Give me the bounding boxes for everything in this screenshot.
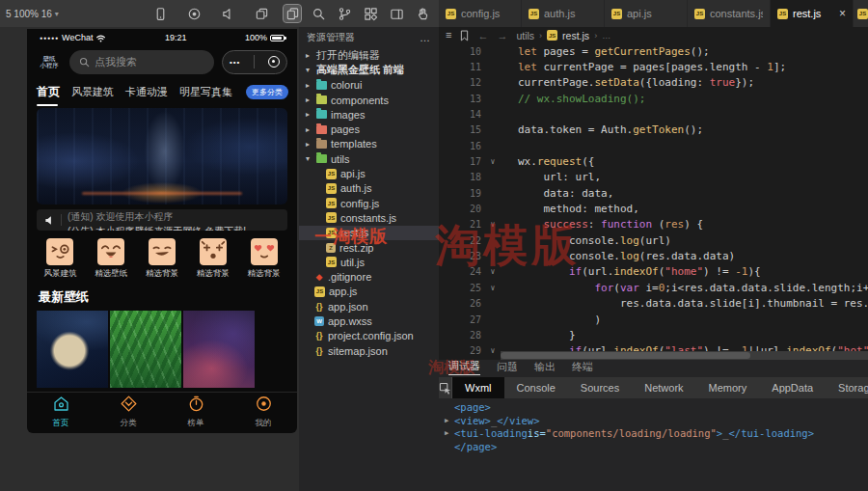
tree-item-pages[interactable]: ▸pages — [299, 122, 439, 136]
extensions-grid-icon[interactable] — [362, 5, 379, 22]
fold-chevron-icon[interactable]: ∨ — [485, 157, 501, 166]
tree-item-images[interactable]: ▸images — [299, 107, 439, 122]
carousel-banner[interactable] — [37, 108, 287, 205]
chevron-down-icon[interactable]: ▾ — [55, 10, 59, 18]
fold-chevron-icon[interactable]: ∨ — [485, 220, 501, 229]
green-grass-wallpaper[interactable] — [110, 311, 181, 388]
devtools-tab-Storage[interactable]: Storage — [826, 377, 868, 398]
phone-icon[interactable] — [151, 5, 169, 22]
fold-chevron-icon[interactable]: ∨ — [485, 346, 501, 355]
moon-night-wallpaper[interactable] — [37, 311, 108, 388]
devtools-tab-AppData[interactable]: AppData — [759, 377, 826, 398]
editor-tab-rest.js[interactable]: JSrest.js× — [771, 0, 854, 27]
horizontal-scrollbar[interactable] — [501, 351, 868, 360]
tree-item-rest.js[interactable]: JSrest.js — [299, 226, 439, 240]
category-风景建筑[interactable]: .ft{stroke:#6b3f23;stroke-width:1.6;fill… — [43, 238, 76, 280]
tree-item-templates[interactable]: ▸templates — [299, 137, 439, 151]
tree-item-.gitignore[interactable]: ◆.gitignore — [299, 269, 439, 284]
editor-tab-config.js[interactable]: JSconfig.js — [439, 0, 522, 27]
tree-item-rest.zip[interactable]: Zrest.zip — [299, 240, 439, 255]
nav-tab-首页[interactable]: 首页 — [37, 84, 60, 100]
outline-list-icon[interactable]: ≡ — [446, 30, 451, 41]
inspect-element-icon[interactable] — [439, 377, 452, 398]
tree-item-app.wxss[interactable]: Wapp.wxss — [299, 314, 439, 328]
wxml-line[interactable]: ▶<view>_</view> — [439, 415, 868, 428]
git-branch-icon[interactable] — [336, 5, 353, 22]
close-target-button[interactable] — [268, 56, 280, 68]
debugger-tab-问题[interactable]: 问题 — [497, 360, 518, 375]
tabbar-item-分类[interactable]: 分类 — [120, 395, 138, 429]
record-icon[interactable] — [185, 5, 203, 22]
tree-item-app.js[interactable]: JSapp.js — [299, 285, 439, 299]
expand-arrow-icon[interactable]: ▶ — [445, 415, 454, 428]
category-精选背景[interactable]: .ft{stroke:#6b3f23;stroke-width:1.6;fill… — [248, 238, 281, 280]
editor-tab-api.js[interactable]: JSapi.js — [605, 0, 688, 27]
layout-panel-icon[interactable] — [388, 5, 405, 22]
debugger-tab-输出[interactable]: 输出 — [534, 360, 556, 375]
devtools-tab-Network[interactable]: Network — [632, 377, 695, 398]
nav-forward-icon[interactable]: → — [497, 30, 507, 41]
code-text: currentPage.setData({loading: true}); — [501, 76, 868, 89]
devtools-tab-Sources[interactable]: Sources — [568, 377, 632, 398]
tree-item-api.js[interactable]: JSapi.js — [299, 166, 439, 180]
tabbar-item-我的[interactable]: 我的 — [255, 395, 273, 429]
tree-item-utils[interactable]: ▾utils — [299, 151, 439, 166]
editor-tab-partial[interactable]: JS — [854, 0, 868, 27]
expand-arrow-icon[interactable]: ▶ — [445, 427, 454, 441]
wxml-inspector[interactable]: <page>▶<view>_</view>▶<tui-loading is="c… — [439, 398, 868, 491]
wxml-line[interactable]: <page> — [439, 401, 868, 415]
chevron-icon: ▾ — [303, 66, 312, 74]
wxml-line[interactable]: </page> — [439, 441, 868, 454]
more-categories-badge[interactable]: 更多分类 — [246, 85, 288, 99]
phone-simulator-panel: ●●●●● WeChat 19:21 100% 壁纸小程序 — [0, 27, 299, 491]
tree-item-components[interactable]: ▸components — [299, 93, 439, 107]
tabbar-item-榜单[interactable]: 榜单 — [187, 395, 205, 429]
nav-tab-风景建筑[interactable]: 风景建筑 — [71, 85, 114, 99]
devtools-tab-Console[interactable]: Console — [504, 377, 568, 398]
tree-section-高端黑金壁纸 前端[interactable]: ▾高端黑金壁纸 前端 — [299, 63, 439, 77]
tree-item-config.js[interactable]: JSconfig.js — [299, 196, 439, 210]
nav-back-icon[interactable]: ← — [477, 30, 488, 41]
sound-icon[interactable] — [219, 5, 236, 22]
more-options-button[interactable]: ••• — [230, 58, 240, 67]
code-line: 15data.token = Auth.getToken(); — [439, 123, 868, 138]
category-精选背景[interactable]: .ft{stroke:#6b3f23;stroke-width:1.6;fill… — [197, 238, 230, 280]
debugger-tab-终端[interactable]: 终端 — [572, 360, 593, 375]
devtools-tab-Memory[interactable]: Memory — [696, 377, 760, 398]
editor-tab-auth.js[interactable]: JSauth.js — [522, 0, 605, 27]
tree-item-label: app.json — [328, 301, 368, 313]
hand-icon[interactable] — [414, 5, 431, 22]
tree-item-colorui[interactable]: ▸colorui — [299, 78, 439, 93]
code-editor[interactable]: 10let pages = getCurrentPages();11let cu… — [439, 43, 868, 360]
more-actions-icon[interactable]: … — [420, 32, 431, 43]
breadcrumb-symbol[interactable]: … — [602, 31, 610, 41]
tree-item-util.js[interactable]: JSutil.js — [299, 255, 439, 269]
breadcrumb-file[interactable]: rest.js — [562, 30, 589, 41]
tree-item-sitemap.json[interactable]: {}sitemap.json — [299, 343, 439, 358]
search-input[interactable]: 点我搜索 — [69, 50, 214, 74]
devtools-tab-Wxml[interactable]: Wxml — [452, 377, 504, 398]
tree-item-auth.js[interactable]: JSauth.js — [299, 181, 439, 196]
editor-tab-constants.js[interactable]: JSconstants.js — [688, 0, 771, 27]
debugger-tab-调试器[interactable]: 调试器 — [448, 359, 480, 375]
fold-chevron-icon[interactable]: ∨ — [485, 267, 501, 276]
tree-item-constants.js[interactable]: JSconstants.js — [299, 210, 439, 225]
bookmark-icon[interactable] — [460, 30, 469, 41]
nav-tab-明星写真集[interactable]: 明星写真集 — [179, 85, 232, 99]
close-tab-icon[interactable]: × — [839, 7, 846, 20]
nav-tab-卡通动漫[interactable]: 卡通动漫 — [125, 85, 168, 99]
cascade-windows-icon[interactable] — [253, 5, 270, 22]
wxml-line[interactable]: ▶<tui-loading is="components/loading/loa… — [439, 427, 868, 441]
tree-section-打开的编辑器[interactable]: ▸打开的编辑器 — [299, 48, 439, 63]
tree-item-app.json[interactable]: {}app.json — [299, 299, 439, 314]
tabbar-item-首页[interactable]: 首页 — [52, 395, 70, 429]
category-精选壁纸[interactable]: .ft{stroke:#6b3f23;stroke-width:1.6;fill… — [95, 238, 127, 280]
fold-chevron-icon[interactable]: ∨ — [485, 284, 501, 292]
tree-item-project.config.json[interactable]: {}project.config.json — [299, 329, 439, 343]
device-scale-label[interactable]: 5 100% 16 — [6, 9, 52, 19]
search-icon[interactable] — [310, 5, 327, 22]
category-精选背景[interactable]: .ft{stroke:#6b3f23;stroke-width:1.6;fill… — [146, 238, 178, 280]
files-icon[interactable] — [284, 5, 301, 22]
breadcrumb-folder[interactable]: utils — [516, 30, 534, 41]
aurora-night-wallpaper[interactable] — [183, 311, 255, 388]
